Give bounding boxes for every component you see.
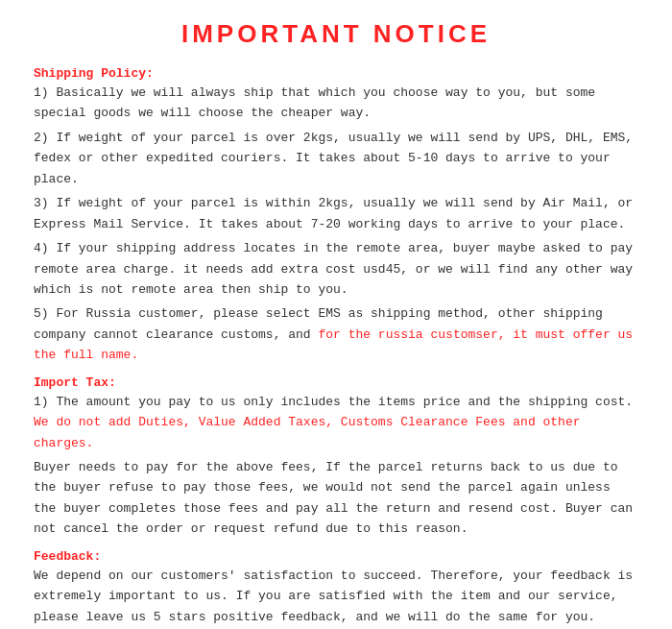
shipping-item-3: 3) If weight of your parcel is within 2k… xyxy=(34,193,638,234)
import-item-1: 1) The amount you pay to us only include… xyxy=(34,392,638,453)
import-item-2: Buyer needs to pay for the above fees, I… xyxy=(34,457,638,540)
shipping-item-5: 5) For Russia customer, please select EM… xyxy=(34,303,638,365)
feedback-section: Feedback: We depend on our customers' sa… xyxy=(34,549,638,627)
page-title: IMPORTANT NOTICE xyxy=(34,19,638,49)
shipping-item-4: 4) If your shipping address locates in t… xyxy=(34,238,638,300)
import-item-1-red: We do not add Duties, Value Added Taxes,… xyxy=(34,415,581,449)
feedback-heading: Feedback: xyxy=(34,549,638,564)
shipping-item-5-red: for the russia customser, it must offer … xyxy=(34,327,633,362)
shipping-item-2: 2) If weight of your parcel is over 2kgs… xyxy=(34,128,638,189)
import-tax-section: Import Tax: 1) The amount you pay to us … xyxy=(34,375,638,540)
feedback-text: We depend on our customers' satisfaction… xyxy=(34,566,638,627)
import-heading: Import Tax: xyxy=(34,375,638,390)
shipping-section: Shipping Policy: 1) Basically we will al… xyxy=(34,66,638,366)
shipping-heading: Shipping Policy: xyxy=(34,66,638,81)
shipping-item-1: 1) Basically we will always ship that wh… xyxy=(34,83,638,124)
